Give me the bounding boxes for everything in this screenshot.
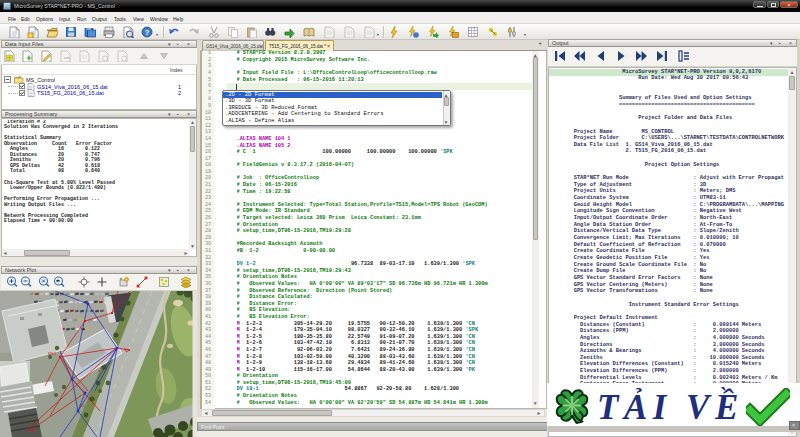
svg-text:?: ?: [145, 28, 150, 37]
svg-text:MS1: MS1: [48, 351, 57, 356]
svg-text:10: 10: [80, 403, 85, 408]
